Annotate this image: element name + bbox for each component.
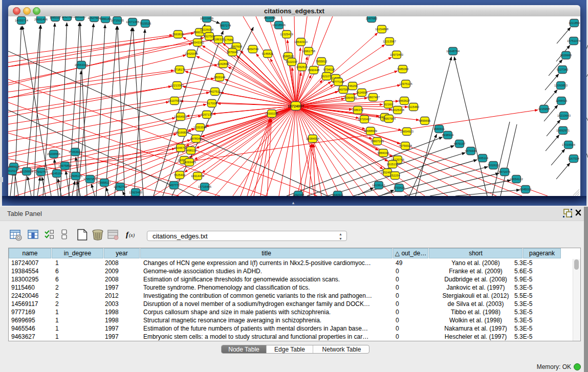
svg-text:10973493: 10973493 [390,53,403,56]
svg-text:20553346: 20553346 [75,63,88,67]
svg-text:17546: 17546 [225,38,233,41]
svg-text:7955812: 7955812 [316,60,328,63]
svg-text:19166825: 19166825 [176,131,189,134]
svg-text:1733426: 1733426 [394,186,405,189]
svg-text:16033809: 16033809 [200,17,213,20]
svg-text:34957984: 34957984 [382,117,396,120]
svg-text:8471676: 8471676 [499,170,511,173]
svg-text:8878342: 8878342 [190,137,202,140]
svg-text:7386372: 7386372 [352,108,364,112]
svg-text:10025438: 10025438 [391,108,404,112]
svg-text:16914479: 16914479 [191,174,204,178]
svg-text:20364436: 20364436 [343,96,357,99]
svg-text:19975857: 19975857 [58,164,72,167]
svg-text:12353594: 12353594 [193,126,207,129]
svg-text:8938914: 8938914 [442,134,454,137]
svg-text:16648784: 16648784 [446,50,460,53]
svg-text:14093483: 14093483 [183,161,196,164]
svg-text:12505135: 12505135 [69,174,82,178]
svg-text:10671355: 10671355 [126,20,139,24]
svg-text:12923485: 12923485 [129,191,142,194]
svg-text:16543382: 16543382 [191,41,204,44]
svg-text:12213967: 12213967 [383,40,396,43]
svg-text:16154808: 16154808 [375,28,388,31]
svg-text:9115460: 9115460 [408,105,419,108]
svg-text:1362615: 1362615 [296,65,308,69]
svg-text:6879197: 6879197 [454,142,466,145]
svg-text:19218506: 19218506 [272,24,286,27]
svg-text:9227343: 9227343 [557,68,569,71]
svg-text:746266: 746266 [347,84,357,87]
svg-text:17942757: 17942757 [34,170,48,173]
svg-text:11325419: 11325419 [280,33,293,36]
svg-text:10654122: 10654122 [510,178,523,181]
svg-text:3215958: 3215958 [538,107,550,111]
svg-text:9242848: 9242848 [217,62,229,65]
svg-text:17957255: 17957255 [83,178,97,181]
svg-text:8322037: 8322037 [286,60,298,63]
svg-text:7663822: 7663822 [172,33,184,36]
svg-text:10688609: 10688609 [364,129,377,133]
svg-text:23420046: 23420046 [185,52,198,55]
svg-text:18807249: 18807249 [371,140,384,143]
svg-text:8813054: 8813054 [264,16,276,19]
svg-text:1292348: 1292348 [293,193,304,196]
svg-text:9884047: 9884047 [378,151,389,155]
svg-text:13226058: 13226058 [200,28,213,31]
svg-text:1588520: 1588520 [282,55,294,58]
svg-text:2967608: 2967608 [231,45,243,48]
svg-text:20206556: 20206556 [47,152,60,156]
svg-text:7515526: 7515526 [140,22,151,25]
svg-text:70756928: 70756928 [399,144,412,147]
svg-text:2803144: 2803144 [214,76,226,79]
svg-text:1065327: 1065327 [50,16,61,19]
svg-text:6899695: 6899695 [419,119,431,122]
svg-text:9777169: 9777169 [333,80,344,83]
svg-text:10807487: 10807487 [366,96,380,99]
svg-text:1152760: 1152760 [61,16,73,18]
svg-text:8990448: 8990448 [308,69,320,72]
svg-text:18640910: 18640910 [294,40,308,43]
svg-text:9146821: 9146821 [262,52,274,55]
svg-text:1211850: 1211850 [569,21,580,25]
svg-text:252254: 252254 [390,174,400,177]
svg-text:18724007: 18724007 [288,104,304,108]
svg-text:3267130: 3267130 [201,113,213,116]
svg-text:10961758: 10961758 [302,50,315,53]
svg-text:8427512: 8427512 [209,90,221,93]
svg-text:1621072: 1621072 [321,75,333,78]
svg-text:(x): (x) [129,232,135,238]
svg-text:16210643: 16210643 [557,114,571,117]
svg-text:6466160: 6466160 [100,17,112,20]
svg-text:17016504: 17016504 [562,143,576,146]
svg-text:7485063: 7485063 [397,68,409,71]
svg-text:18300295: 18300295 [265,112,278,115]
svg-text:1167534: 1167534 [568,157,580,160]
svg-text:19384554: 19384554 [306,137,320,140]
svg-text:9329966: 9329966 [560,54,572,57]
svg-text:9734028: 9734028 [323,68,335,71]
svg-text:12213363: 12213363 [170,84,184,87]
svg-text:3624554: 3624554 [356,91,368,94]
svg-text:14136141: 14136141 [372,184,385,187]
svg-text:14055714: 14055714 [15,19,29,22]
svg-text:7632621: 7632621 [488,164,499,167]
svg-text:10958117: 10958117 [98,181,111,184]
svg-text:7857274: 7857274 [220,24,231,27]
svg-text:417006: 417006 [207,102,216,105]
svg-text:12093853: 12093853 [554,84,568,87]
svg-text:391514: 391514 [8,169,17,172]
svg-text:16782759: 16782759 [114,185,127,188]
svg-text:10653267: 10653267 [73,16,86,18]
svg-text:3875645: 3875645 [227,51,238,54]
svg-text:2935114: 2935114 [477,157,489,160]
svg-text:16107553: 16107553 [168,99,181,102]
svg-text:9245012: 9245012 [520,188,532,191]
svg-text:19654933: 19654933 [174,115,187,118]
svg-text:62160: 62160 [384,103,393,106]
svg-text:1145194: 1145194 [51,172,63,175]
svg-text:9457771: 9457771 [168,184,180,187]
svg-text:1498222: 1498222 [185,149,197,152]
svg-text:6497568: 6497568 [338,88,350,91]
svg-text:2718176: 2718176 [174,68,186,71]
